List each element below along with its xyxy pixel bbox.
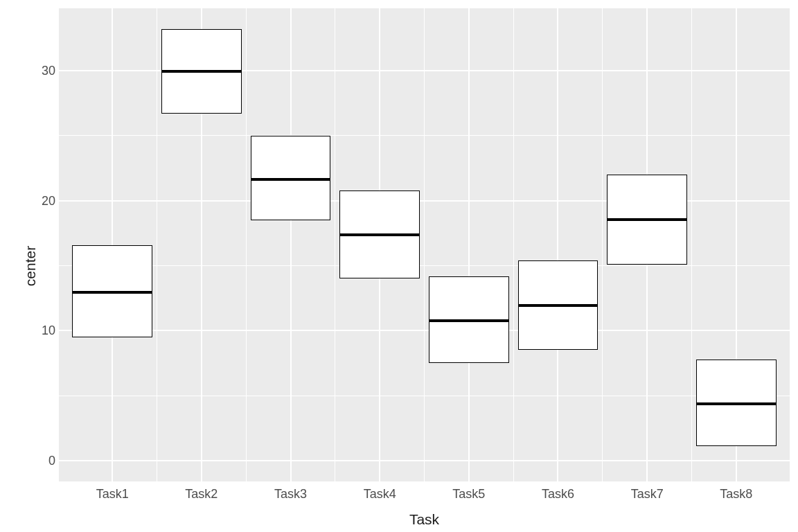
chart-container: center 0 10 20 30 Task1 Task2 Task3 Task… xyxy=(0,0,798,532)
crossbar-median xyxy=(340,233,419,236)
plot-panel xyxy=(59,8,790,481)
grid-line-v xyxy=(602,8,603,481)
y-tick-label: 20 xyxy=(42,193,55,208)
crossbar xyxy=(72,245,152,337)
y-tick-label: 10 xyxy=(42,323,55,338)
crossbar-median xyxy=(697,402,776,405)
grid-line-v xyxy=(513,8,514,481)
grid-line-v xyxy=(290,8,292,481)
crossbar xyxy=(251,136,331,220)
y-axis-title: center xyxy=(22,246,39,286)
x-tick-label: Task3 xyxy=(274,487,307,502)
crossbar-median xyxy=(429,319,508,322)
grid-line-v xyxy=(557,8,558,481)
x-tick-label: Task7 xyxy=(631,487,664,502)
grid-line-v xyxy=(157,8,157,481)
x-axis-title: Task xyxy=(59,511,790,528)
x-tick-label: Task2 xyxy=(185,487,218,502)
grid-line-v xyxy=(691,8,692,481)
crossbar xyxy=(696,360,777,447)
crossbar xyxy=(518,260,598,350)
y-tick-label: 30 xyxy=(42,64,55,78)
crossbar xyxy=(429,276,509,364)
x-tick-label: Task1 xyxy=(96,487,129,502)
x-tick-label: Task8 xyxy=(720,487,752,502)
crossbar xyxy=(161,29,242,114)
crossbar-median xyxy=(73,291,152,294)
grid-line-v xyxy=(468,8,470,481)
x-tick-label: Task4 xyxy=(364,487,396,502)
crossbar-median xyxy=(251,178,330,181)
crossbar-median xyxy=(519,304,598,307)
x-tick-label: Task5 xyxy=(452,487,485,502)
y-tick-label: 0 xyxy=(48,453,55,468)
crossbar xyxy=(607,175,687,264)
crossbar-median xyxy=(162,70,241,73)
x-tick-label: Task6 xyxy=(542,487,574,502)
grid-line-v xyxy=(424,8,425,481)
grid-line-v xyxy=(335,8,335,481)
crossbar-median xyxy=(608,218,686,221)
grid-line-v xyxy=(246,8,247,481)
crossbar xyxy=(339,190,420,279)
